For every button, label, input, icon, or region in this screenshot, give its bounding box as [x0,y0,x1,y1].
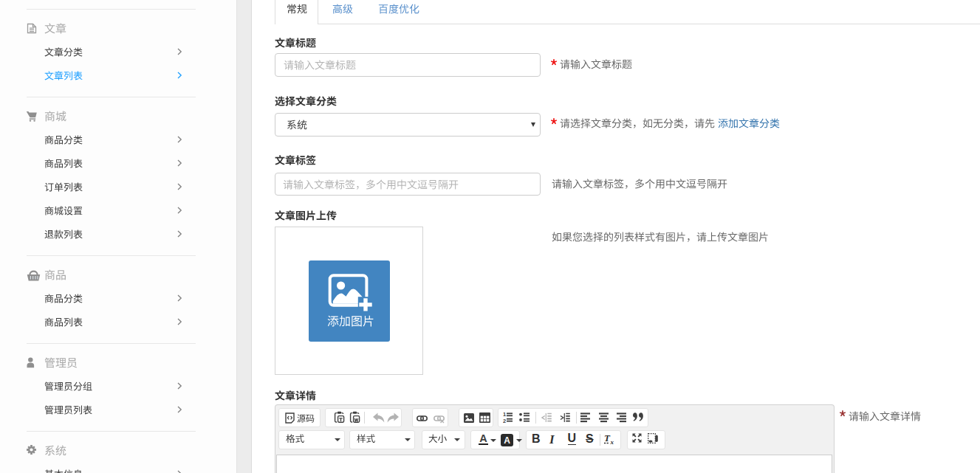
svg-text:2: 2 [503,418,506,423]
svg-text:A: A [504,435,510,446]
svg-text:x: x [610,438,614,446]
